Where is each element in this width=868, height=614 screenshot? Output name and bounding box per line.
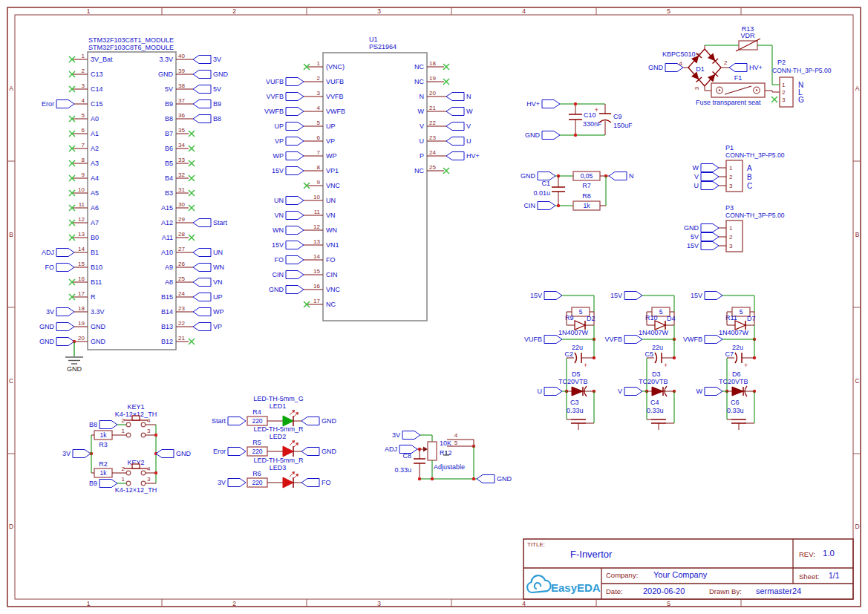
pin-name: B12 <box>161 338 173 345</box>
cap-ref: C7 <box>725 350 734 358</box>
cap-value: 0.33u <box>394 466 411 474</box>
pin-number: 4 <box>317 105 321 111</box>
pin-number: 2 <box>782 89 786 96</box>
net-flag-label: 15V <box>691 292 702 299</box>
net-flag-label: WP <box>213 308 224 316</box>
key-terminal[interactable] <box>141 471 146 475</box>
key-terminal[interactable] <box>126 422 131 427</box>
pin-name: (VNC) <box>326 63 345 71</box>
pin-number: 12 <box>78 216 85 223</box>
net-flag-label: HV+ <box>466 152 480 160</box>
net-flag-label: GND <box>497 475 512 483</box>
diode-part: TC20VTB <box>719 378 748 385</box>
net-flag-label: 3V <box>218 479 226 486</box>
net-flag-label: Start <box>213 219 228 226</box>
key-terminal[interactable] <box>141 433 146 437</box>
net-flag-label: W <box>696 388 703 395</box>
pin-name: GND <box>91 323 106 330</box>
diode-part: 1N4007W <box>639 329 669 336</box>
component-value: 5 <box>740 308 743 316</box>
net-flag-label: V <box>466 123 471 130</box>
key-button-cap[interactable] <box>132 464 140 468</box>
schematic-canvas[interactable]: 1122334455AABBCCDDTITLE:F-InvertorREV:1.… <box>0 0 868 614</box>
pin-number: 18 <box>429 60 436 67</box>
net-flag-label: WP <box>273 152 284 160</box>
key-button-cap[interactable] <box>132 416 140 420</box>
led-part: LED-TH-5mm_G <box>253 395 304 402</box>
cap-value: 22u <box>652 344 663 351</box>
pin-number: 4 <box>454 432 458 439</box>
pin-number: 39 <box>178 68 185 74</box>
date-value: 2020-06-20 <box>643 587 685 595</box>
diode-part: 1N4007W <box>558 329 589 336</box>
key-terminal[interactable] <box>126 481 131 486</box>
schematic-title: F-Invertor <box>570 549 613 560</box>
cap-value: 0.33u <box>647 407 664 414</box>
pot-note: Adjustable <box>434 463 465 471</box>
pin-number: 1 <box>729 225 733 232</box>
pin-number: 25 <box>429 164 436 171</box>
pin-number: 12 <box>313 223 320 230</box>
key-ref: KEY1 <box>127 403 144 411</box>
cap-value: 0.33u <box>567 407 584 414</box>
junction-dot <box>154 434 157 437</box>
cap-ref: C2 <box>564 350 573 358</box>
net-flag-label: GND <box>39 338 55 345</box>
pin-name: V <box>420 123 424 130</box>
pin-number: 16 <box>78 275 85 282</box>
company-label: Company: <box>606 571 638 579</box>
pin-number: 22 <box>429 120 436 126</box>
pin-name: A12 <box>161 219 173 226</box>
net-flag-label: Eror <box>213 448 226 455</box>
zone-row-label: D <box>855 523 859 530</box>
resistor-ref: R5 <box>252 439 261 446</box>
pin-number: 35 <box>178 127 185 134</box>
fuse-terminal-dot <box>756 89 758 91</box>
key-terminal[interactable] <box>126 433 131 437</box>
junction-dot <box>557 204 560 207</box>
pin-number: 18 <box>78 305 85 312</box>
pin-number: 31 <box>178 186 185 193</box>
pin-name: A3 <box>91 160 99 167</box>
zone-row-label: B <box>855 231 860 238</box>
pin-name: B13 <box>161 323 173 330</box>
pin-name: 3V_Bat <box>91 56 113 63</box>
net-flag-label: VUFB <box>266 78 284 85</box>
pin-name: B10 <box>91 264 102 271</box>
key-terminal[interactable] <box>141 481 146 486</box>
net-flag-label: GND <box>269 286 284 293</box>
pin-name: VWFB <box>326 108 345 115</box>
pin-name: B3 <box>165 189 173 197</box>
zone-row-label: C <box>855 377 859 385</box>
pin-number: 2 <box>724 59 728 66</box>
cap-value: 0.01u <box>533 189 550 197</box>
net-flag-label: FO <box>322 479 331 486</box>
pin-name: B8 <box>165 115 173 123</box>
pot-body[interactable] <box>428 442 437 460</box>
stm32-module-body[interactable] <box>88 52 176 350</box>
pin-name: 3.3V <box>159 56 173 63</box>
key-terminal[interactable] <box>141 422 146 427</box>
net-flag-label: 15V <box>610 292 622 299</box>
cap-ref: C9 <box>613 113 622 120</box>
pin-name: 3.3V <box>91 308 105 316</box>
pin-number: 40 <box>178 53 185 59</box>
polarity-plus: + <box>595 106 598 114</box>
pin-number: 11 <box>79 201 85 208</box>
net-flag-label: VWFB <box>683 336 702 343</box>
pin-name: C14 <box>91 85 103 93</box>
pin-name: C13 <box>91 71 103 78</box>
pin-number: 23 <box>178 305 185 312</box>
drawn-by-label: Drawn By: <box>709 587 742 595</box>
net-flag-label: GND <box>322 448 337 455</box>
pin-number: 3 <box>782 97 786 103</box>
pin-number: 2 <box>729 174 733 180</box>
pin-number: 3 <box>147 476 151 483</box>
ground-label: GND <box>67 365 82 373</box>
net-flag-label: FO <box>275 256 284 264</box>
pin-number: 19 <box>429 75 436 82</box>
cap-ref: C3 <box>570 399 579 406</box>
net-flag-label: 15V <box>530 292 542 299</box>
pin-number: 15 <box>313 268 320 275</box>
key-terminal[interactable] <box>126 471 131 475</box>
